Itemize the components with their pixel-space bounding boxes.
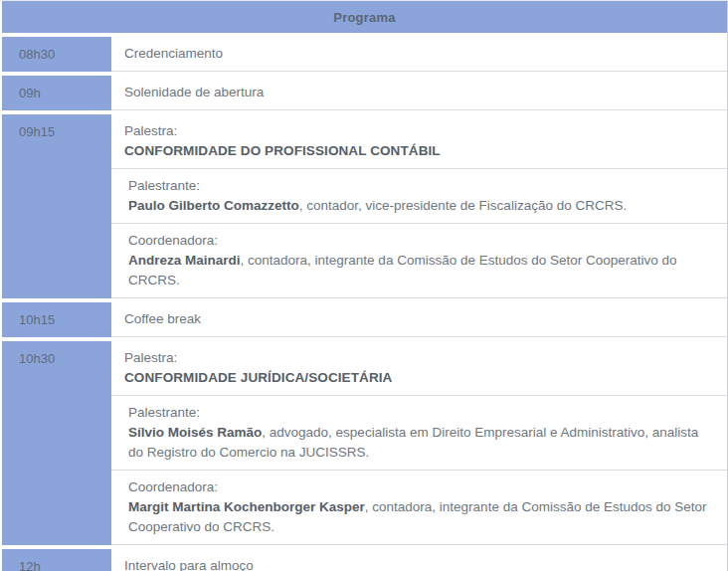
time-cell: 10h30 bbox=[2, 341, 111, 545]
session-title: CONFORMIDADE DO PROFISSIONAL CONTÁBIL bbox=[124, 141, 713, 161]
speaker-section: Palestrante: Sílvio Moisés Ramão, advoga… bbox=[111, 396, 727, 471]
coordinator-section: Coordenadora: Margit Martina Kochenborge… bbox=[111, 471, 727, 544]
row-content: Intervalo para almoço bbox=[111, 549, 727, 571]
speaker-name: Andreza Mainardi bbox=[128, 253, 241, 268]
section-label: Coordenadora: bbox=[128, 231, 713, 251]
speaker-line: Paulo Gilberto Comazzetto, contador, vic… bbox=[128, 196, 713, 216]
table-row: 09h Solenidade de abertura bbox=[2, 76, 727, 110]
table-row: 10h15 Coffee break bbox=[2, 302, 727, 337]
table-header-title: Programa bbox=[2, 1, 727, 33]
time-cell: 09h15 bbox=[2, 114, 111, 298]
speaker-line: Margit Martina Kochenborger Kasper, cont… bbox=[128, 497, 713, 537]
row-content: Solenidade de abertura bbox=[111, 76, 727, 110]
time-cell: 10h15 bbox=[2, 302, 111, 337]
section-label: Palestra: bbox=[124, 121, 713, 141]
speaker-section: Palestrante: Paulo Gilberto Comazzetto, … bbox=[111, 169, 727, 224]
time-cell: 08h30 bbox=[2, 37, 111, 72]
session-section: Palestra: CONFORMIDADE JURÍDICA/SOCIETÁR… bbox=[111, 341, 727, 396]
row-content: Credenciamento bbox=[111, 37, 727, 72]
section-label: Coordenadora: bbox=[128, 477, 713, 497]
section-label: Palestra: bbox=[124, 348, 713, 368]
section-label: Palestrante: bbox=[128, 176, 713, 196]
time-cell: 09h bbox=[2, 76, 111, 110]
speaker-name: Margit Martina Kochenborger Kasper bbox=[128, 499, 365, 514]
speaker-name: Paulo Gilberto Comazzetto bbox=[128, 198, 299, 213]
time-cell: 12h bbox=[2, 549, 111, 571]
program-table: Programa 08h30 Credenciamento 09h Soleni… bbox=[0, 0, 728, 571]
session-section: Palestra: CONFORMIDADE DO PROFISSIONAL C… bbox=[111, 114, 727, 169]
coordinator-section: Coordenadora: Andreza Mainardi, contador… bbox=[111, 224, 727, 297]
table-row: 08h30 Credenciamento bbox=[2, 37, 727, 72]
row-content: Coffee break bbox=[111, 302, 727, 337]
table-row: 12h Intervalo para almoço bbox=[2, 549, 727, 571]
speaker-line: Andreza Mainardi, contadora, integrante … bbox=[128, 251, 713, 290]
session-title: CONFORMIDADE JURÍDICA/SOCIETÁRIA bbox=[124, 368, 713, 388]
speaker-line: Sílvio Moisés Ramão, advogado, especiali… bbox=[128, 423, 713, 463]
table-row: 10h30 Palestra: CONFORMIDADE JURÍDICA/SO… bbox=[2, 341, 727, 545]
section-label: Palestrante: bbox=[128, 403, 713, 423]
speaker-description: , contador, vice-presidente de Fiscaliza… bbox=[299, 198, 627, 213]
row-content: Palestra: CONFORMIDADE JURÍDICA/SOCIETÁR… bbox=[111, 341, 727, 545]
table-row: 09h15 Palestra: CONFORMIDADE DO PROFISSI… bbox=[2, 114, 727, 298]
row-content: Palestra: CONFORMIDADE DO PROFISSIONAL C… bbox=[111, 114, 727, 298]
speaker-name: Sílvio Moisés Ramão bbox=[128, 425, 262, 440]
